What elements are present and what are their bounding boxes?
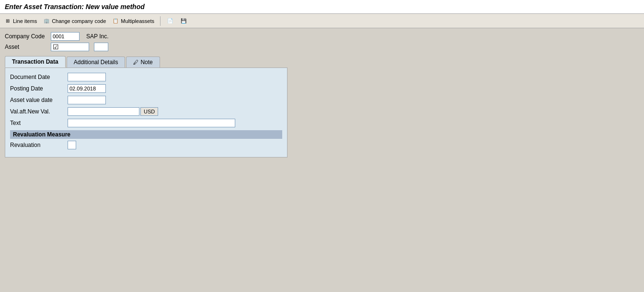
text-row: Text bbox=[10, 119, 282, 127]
tab-transaction-data-label: Transaction Data bbox=[12, 58, 58, 65]
icon-doc: 📄 bbox=[166, 17, 174, 25]
text-input[interactable] bbox=[68, 119, 235, 127]
company-code-label: Company Code bbox=[5, 33, 48, 40]
tab-additional-details-label: Additional Details bbox=[74, 59, 118, 66]
change-company-code-label: Change company code bbox=[52, 18, 106, 24]
company-code-input[interactable] bbox=[51, 32, 80, 41]
posting-date-label: Posting Date bbox=[10, 85, 68, 92]
toolbar: ⊞ Line items 🏢 Change company code 📋 Mul… bbox=[0, 14, 644, 28]
title-bar: Enter Asset Transaction: New value metho… bbox=[0, 0, 644, 14]
revaluation-row: Revaluation bbox=[10, 141, 282, 149]
asset-row: Asset ☑ bbox=[5, 43, 639, 51]
currency-button[interactable]: USD bbox=[140, 107, 158, 116]
posting-date-row: Posting Date bbox=[10, 84, 282, 93]
val-aft-label: Val.aft.New Val. bbox=[10, 108, 68, 115]
posting-date-input[interactable] bbox=[68, 84, 106, 93]
tabs-header: Transaction Data Additional Details 🖊 No… bbox=[5, 56, 639, 67]
company-name: SAP Inc. bbox=[86, 33, 108, 40]
revaluation-section: Revaluation Measure Revaluation bbox=[10, 130, 282, 149]
asset-sub-input[interactable] bbox=[94, 43, 108, 51]
asset-value-date-row: Asset value date bbox=[10, 96, 282, 104]
multiple-assets-label: Multipleassets bbox=[121, 18, 154, 24]
line-items-label: Line items bbox=[13, 18, 37, 24]
revaluation-section-header: Revaluation Measure bbox=[10, 130, 282, 139]
toolbar-item-line-items[interactable]: ⊞ Line items bbox=[4, 17, 37, 25]
icon-save: 💾 bbox=[180, 17, 187, 25]
asset-value-date-label: Asset value date bbox=[10, 97, 68, 103]
toolbar-icon-1[interactable]: 📄 bbox=[166, 17, 174, 25]
document-date-row: Document Date bbox=[10, 73, 282, 81]
revaluation-checkbox[interactable] bbox=[68, 141, 76, 149]
tabs-container: Transaction Data Additional Details 🖊 No… bbox=[5, 56, 639, 157]
change-company-code-icon: 🏢 bbox=[43, 17, 50, 25]
tab-additional-details[interactable]: Additional Details bbox=[67, 56, 126, 67]
tab-note[interactable]: 🖊 Note bbox=[126, 56, 160, 67]
tab-content: Document Date Posting Date Asset value d… bbox=[5, 67, 288, 157]
asset-checkbox: ☑ bbox=[51, 43, 89, 51]
toolbar-icon-2[interactable]: 💾 bbox=[180, 17, 187, 25]
asset-label: Asset bbox=[5, 44, 48, 50]
document-date-label: Document Date bbox=[10, 74, 68, 80]
tab-transaction-data[interactable]: Transaction Data bbox=[5, 56, 66, 67]
val-aft-input[interactable] bbox=[68, 107, 139, 116]
tab-note-icon: 🖊 bbox=[133, 59, 138, 65]
document-date-input[interactable] bbox=[68, 73, 106, 81]
val-aft-row: Val.aft.New Val. USD bbox=[10, 107, 282, 116]
toolbar-item-multiple-assets[interactable]: 📋 Multipleassets bbox=[112, 17, 154, 25]
page-title: Enter Asset Transaction: New value metho… bbox=[5, 3, 639, 11]
revaluation-label: Revaluation bbox=[10, 142, 68, 148]
line-items-icon: ⊞ bbox=[4, 17, 12, 25]
main-content: Company Code SAP Inc. Asset ☑ Transactio… bbox=[0, 28, 644, 161]
text-label: Text bbox=[10, 120, 68, 126]
toolbar-separator bbox=[160, 16, 161, 26]
tab-note-label: Note bbox=[140, 59, 152, 66]
multiple-assets-icon: 📋 bbox=[112, 17, 119, 25]
company-code-row: Company Code SAP Inc. bbox=[5, 32, 639, 41]
asset-value-date-input[interactable] bbox=[68, 96, 106, 104]
toolbar-item-change-company-code[interactable]: 🏢 Change company code bbox=[43, 17, 106, 25]
